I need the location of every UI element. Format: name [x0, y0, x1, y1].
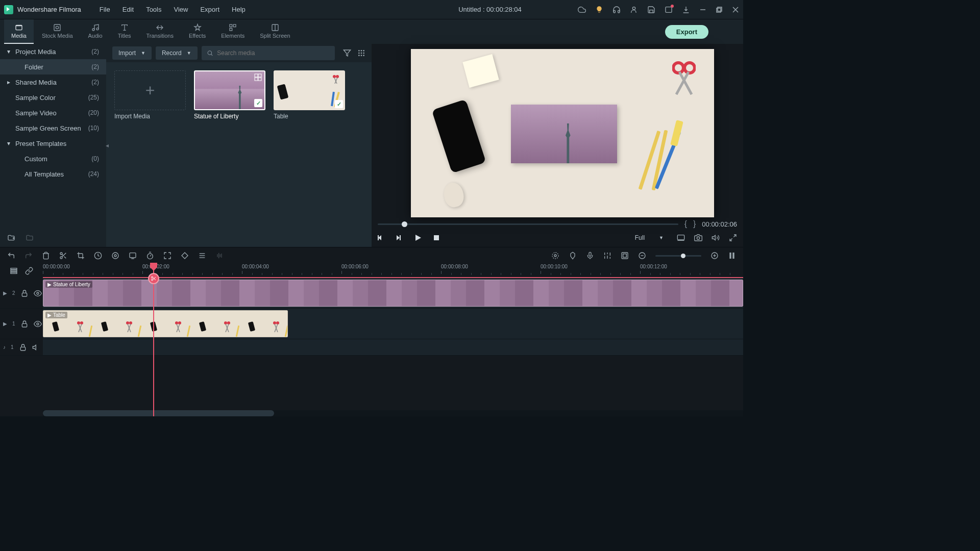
export-button[interactable]: Export	[665, 25, 708, 39]
record-dropdown[interactable]: Record▼	[156, 46, 198, 60]
playhead-scissors-icon[interactable]	[148, 273, 159, 284]
lightbulb-icon[interactable]	[595, 6, 603, 14]
progress-thumb[interactable]	[402, 221, 407, 227]
clip-statue-of-liberty[interactable]: ▶Statue of Liberty	[43, 280, 743, 307]
zoom-to-fit-button[interactable]	[728, 252, 736, 260]
sidebar-item-folder[interactable]: Folder(2)	[0, 59, 106, 74]
sidebar-item-sample-color[interactable]: Sample Color(25)	[0, 90, 106, 105]
preview-canvas[interactable]	[372, 44, 743, 219]
split-button[interactable]	[59, 252, 67, 260]
sidebar-item-project-media[interactable]: ▾Project Media(2)	[0, 44, 106, 59]
download-icon[interactable]	[682, 6, 690, 14]
tab-media[interactable]: Media	[4, 19, 34, 44]
sidebar-collapse-handle[interactable]: ◂	[106, 135, 111, 156]
svg-point-62	[112, 253, 118, 259]
headphones-icon[interactable]	[612, 6, 621, 14]
menu-export[interactable]: Export	[194, 6, 226, 13]
crop-button[interactable]	[77, 252, 85, 260]
user-icon[interactable]	[630, 6, 638, 14]
eye-icon[interactable]	[34, 320, 42, 328]
svg-rect-86	[622, 253, 628, 259]
timeline-scrollbar[interactable]	[43, 410, 743, 416]
playhead[interactable]	[153, 264, 154, 416]
app-logo-icon	[4, 5, 13, 14]
tab-elements[interactable]: Elements	[214, 19, 252, 44]
expand-button[interactable]	[163, 252, 172, 260]
settings-button[interactable]	[198, 252, 206, 260]
prev-frame-button[interactable]	[378, 234, 385, 241]
preview-progress-bar[interactable]	[378, 223, 678, 225]
zoom-slider[interactable]	[655, 255, 701, 257]
notification-icon[interactable]	[665, 6, 673, 14]
tab-stock-media[interactable]: Stock Media	[35, 19, 80, 44]
zoom-in-button[interactable]	[710, 252, 719, 260]
menu-help[interactable]: Help	[226, 6, 252, 13]
sidebar-item-sample-video[interactable]: Sample Video(20)	[0, 105, 106, 120]
render-preview-icon[interactable]	[677, 234, 685, 242]
lock-icon[interactable]	[20, 320, 29, 328]
filter-icon[interactable]	[343, 49, 351, 57]
link-icon[interactable]	[25, 267, 33, 275]
speed-button[interactable]	[94, 252, 102, 260]
close-button[interactable]	[732, 6, 739, 13]
save-icon[interactable]	[647, 6, 655, 14]
duration-button[interactable]	[146, 252, 154, 260]
redo-button[interactable]	[24, 252, 33, 260]
snapshot-icon[interactable]	[694, 234, 702, 242]
undo-button[interactable]	[7, 252, 15, 260]
mute-icon[interactable]	[32, 343, 40, 352]
tab-effects[interactable]: Effects	[182, 19, 213, 44]
menu-view[interactable]: View	[167, 6, 194, 13]
sidebar-item-preset-templates[interactable]: ▾Preset Templates	[0, 136, 106, 151]
play-button[interactable]	[414, 234, 422, 241]
zoom-out-button[interactable]	[638, 252, 646, 260]
track-size-button[interactable]	[621, 252, 629, 260]
tab-audio[interactable]: Audio	[81, 19, 110, 44]
menu-edit[interactable]: Edit	[116, 6, 140, 13]
minimize-button[interactable]	[699, 6, 706, 13]
import-dropdown[interactable]: Import▼	[112, 46, 152, 60]
timeline-ruler[interactable]: 00:00:00:0000:00:02:0000:00:04:0000:00:0…	[43, 264, 743, 278]
volume-icon[interactable]	[712, 234, 720, 242]
maximize-button[interactable]	[716, 6, 723, 13]
keyframe-button[interactable]	[181, 252, 189, 260]
color-button[interactable]	[111, 252, 119, 260]
cloud-icon[interactable]	[578, 6, 586, 14]
eye-icon[interactable]	[34, 289, 42, 297]
search-icon	[207, 49, 213, 57]
media-item-table[interactable]: ✓ Table	[274, 70, 345, 120]
green-screen-button[interactable]	[129, 252, 137, 260]
mixer-button[interactable]	[603, 252, 611, 260]
delete-button[interactable]	[42, 252, 50, 260]
mark-out-icon[interactable]: }	[693, 219, 696, 229]
stop-button[interactable]	[433, 234, 440, 241]
marker-button[interactable]	[569, 252, 577, 260]
search-input[interactable]	[217, 49, 330, 57]
audio-sync-button[interactable]	[215, 252, 224, 260]
sidebar-item-shared-media[interactable]: ▸Shared Media(2)	[0, 74, 106, 90]
zoom-thumb[interactable]	[681, 254, 685, 258]
mark-in-icon[interactable]: {	[684, 219, 687, 229]
clip-table[interactable]: ▶Table	[43, 310, 288, 337]
new-folder-icon[interactable]	[7, 234, 15, 242]
display-mode-dropdown[interactable]: Full▼	[631, 233, 668, 243]
media-item-liberty[interactable]: ✓ Statue of Liberty	[194, 70, 265, 120]
next-frame-button[interactable]	[396, 234, 403, 241]
fullscreen-icon[interactable]	[729, 234, 737, 242]
track-manager-icon[interactable]	[10, 267, 18, 275]
tab-titles[interactable]: Titles	[111, 19, 138, 44]
sidebar-item-custom[interactable]: Custom(0)	[0, 151, 106, 166]
tab-transitions[interactable]: Transitions	[139, 19, 181, 44]
sidebar-item-sample-green-screen[interactable]: Sample Green Screen(10)	[0, 120, 106, 136]
lock-icon[interactable]	[20, 289, 29, 297]
import-media-tile[interactable]: + Import Media	[114, 70, 186, 120]
menu-tools[interactable]: Tools	[140, 6, 167, 13]
sidebar-item-all-templates[interactable]: All Templates(24)	[0, 166, 106, 182]
grid-view-icon[interactable]	[357, 49, 365, 57]
menu-file[interactable]: File	[93, 6, 116, 13]
lock-icon[interactable]	[19, 343, 27, 352]
tab-split-screen[interactable]: Split Screen	[253, 19, 297, 44]
folder-icon[interactable]	[26, 234, 34, 242]
render-button[interactable]	[551, 252, 559, 260]
voiceover-button[interactable]	[586, 252, 594, 260]
